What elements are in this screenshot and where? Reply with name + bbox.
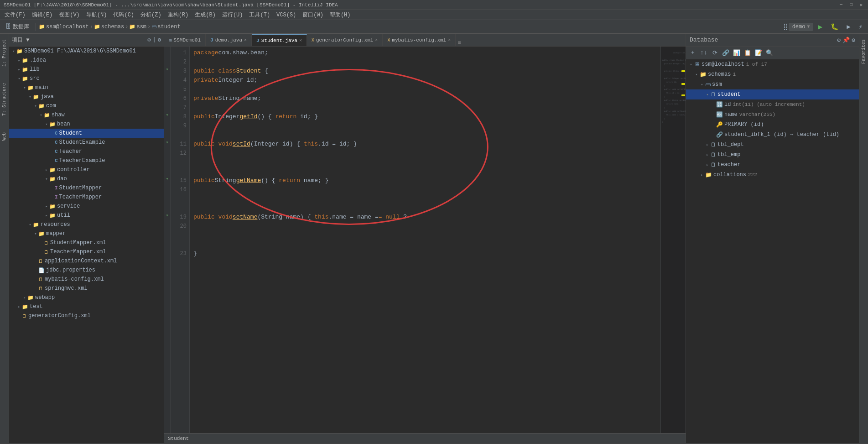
menu-tools[interactable]: 工具(T)	[246, 10, 273, 20]
db-item-primary-key[interactable]: 🔑 PRIMARY (id)	[686, 120, 859, 130]
tab-studentjava[interactable]: J Student.java ×	[252, 34, 307, 46]
menu-refactor[interactable]: 重构(R)	[165, 10, 192, 20]
db-item-name-col[interactable]: 🔤 name varchar(255)	[686, 110, 859, 120]
menu-navigate[interactable]: 导航(N)	[83, 10, 110, 20]
project-layout-icon[interactable]: ⚙	[158, 37, 161, 43]
tree-item-java[interactable]: ▾ 📁 java	[9, 92, 164, 101]
db-item-ssm[interactable]: ▾ 🗃 ssm	[686, 79, 859, 89]
tab-generatorconfigxml[interactable]: X generatorConfig.xml ×	[307, 34, 383, 46]
coverage-button[interactable]: ▶	[843, 22, 854, 31]
sidebar-tab-structure[interactable]: 7: Structure	[1, 79, 8, 120]
menu-run[interactable]: 运行(U)	[219, 10, 246, 20]
tree-item-controller[interactable]: ▸ 📁 controller	[9, 165, 164, 174]
menu-window[interactable]: 窗口(W)	[300, 10, 326, 20]
tree-item-bean[interactable]: ▾ 📁 bean	[9, 120, 164, 129]
db-item-id-col[interactable]: 🔢 id int(11) (auto increment)	[686, 99, 859, 110]
tree-item-teachermapperxml[interactable]: 🗒 TeacherMapper.xml	[9, 247, 164, 256]
db-item-collations[interactable]: ▸ 📁 collations 222	[686, 170, 859, 180]
project-settings-icon[interactable]: ⚙	[147, 37, 151, 43]
db-item-tbl-emp[interactable]: ▸ 🗒 tbl_emp	[686, 150, 859, 160]
db-pin-icon[interactable]: 📌	[842, 37, 850, 44]
db-filter-button[interactable]: 🔍	[764, 48, 774, 58]
db-item-student[interactable]: ▾ 🗒 student	[686, 89, 859, 99]
breadcrumb-schemas[interactable]: schemas	[101, 24, 124, 30]
expand-class-icon[interactable]: ▾	[166, 67, 168, 72]
db-item-ssmlocalhost[interactable]: ▾ 🖥 ssm@localhost 1 of 17	[686, 59, 859, 69]
tree-item-util[interactable]: ▸ 📁 util	[9, 211, 164, 220]
tree-item-studentmapperxml[interactable]: 🗒 StudentMapper.xml	[9, 238, 164, 247]
tree-item-root[interactable]: ▾ 📁 SSMDemo01 F:\JAVA\2018\6\SSMDemo01	[9, 47, 164, 56]
tree-item-teacher[interactable]: C Teacher	[9, 147, 164, 156]
tree-item-student[interactable]: C Student	[9, 129, 164, 138]
menu-edit[interactable]: 编辑(E)	[29, 10, 56, 20]
tree-item-applicationcontext[interactable]: 🗒 applicationContext.xml	[9, 256, 164, 266]
tab-ssmdemo01[interactable]: m SSMDemo01	[164, 34, 206, 46]
breadcrumb-student[interactable]: student	[157, 24, 180, 30]
breadcrumb-ssm[interactable]: ssm	[136, 24, 146, 30]
db-add-button[interactable]: +	[688, 48, 698, 58]
tree-item-shaw[interactable]: ▾ 📁 shaw	[9, 110, 164, 120]
project-expand-icon[interactable]: |	[153, 37, 156, 43]
menu-generate[interactable]: 生成(B)	[192, 10, 218, 20]
tab-demojava-close[interactable]: ×	[244, 38, 247, 43]
menu-analyze[interactable]: 分析(Z)	[138, 10, 164, 20]
db-sync-button[interactable]: ⟳	[710, 48, 720, 58]
debug-button[interactable]: 🐛	[827, 22, 842, 31]
sidebar-tab-project[interactable]: 1: Project	[1, 36, 8, 70]
menu-file[interactable]: 文件(F)	[2, 10, 28, 20]
tree-item-studentexample[interactable]: C StudentExample	[9, 138, 164, 147]
expand-getid-icon[interactable]: ▾	[166, 112, 168, 118]
tree-item-resources[interactable]: ▾ 📁 resources	[9, 220, 164, 229]
tree-item-test[interactable]: ▸ 📁 test	[9, 302, 164, 311]
menu-help[interactable]: 帮助(H)	[327, 10, 353, 20]
db-item-fk[interactable]: 🔗 student_ibfk_1 (id) → teacher (tid)	[686, 130, 859, 140]
database-button[interactable]: 🗄 数据库	[2, 22, 33, 31]
tree-item-dao[interactable]: ▾ 📁 dao	[9, 174, 164, 183]
menu-code[interactable]: 代码(C)	[110, 10, 137, 20]
tree-item-lib[interactable]: ▸ 📁 lib	[9, 65, 164, 74]
close-button[interactable]: ✕	[858, 2, 864, 8]
db-schema-button[interactable]: 📋	[743, 48, 753, 58]
breadcrumb-ssm-localhost[interactable]: ssm@localhost	[46, 24, 89, 30]
db-item-tbl-dept[interactable]: ▸ 🗒 tbl_dept	[686, 140, 859, 150]
db-table-button[interactable]: 📊	[732, 48, 742, 58]
tab-studentjava-close[interactable]: ×	[299, 38, 302, 43]
db-layout-icon[interactable]: ⚙	[852, 37, 855, 44]
sidebar-tab-web[interactable]: Web	[1, 129, 8, 144]
code-content[interactable]: package com.shaw.bean; public class Stud…	[190, 47, 660, 433]
tree-item-generatorconfig[interactable]: 🗒 generatorConfig.xml	[9, 311, 164, 320]
tree-item-springmvc[interactable]: 🗒 springmvc.xml	[9, 284, 164, 293]
db-item-teacher[interactable]: ▸ 🗒 teacher	[686, 160, 859, 170]
tree-item-webapp[interactable]: ▸ 📁 webapp	[9, 293, 164, 302]
db-settings-icon[interactable]: ⚙	[837, 37, 841, 44]
tree-item-idea[interactable]: ▸ 📁 .idea	[9, 56, 164, 65]
menu-vcs[interactable]: VCS(S)	[274, 11, 299, 19]
run-button[interactable]: ▶	[814, 21, 826, 32]
tab-mybatisconfigxml-close[interactable]: ×	[448, 38, 451, 43]
tree-item-com[interactable]: ▾ 📁 com	[9, 101, 164, 110]
db-item-schemas[interactable]: ▾ 📁 schemas 1	[686, 69, 859, 79]
tree-item-src[interactable]: ▾ 📁 src	[9, 74, 164, 83]
project-dropdown[interactable]: 项目 ▼	[12, 36, 29, 44]
tree-item-service[interactable]: ▸ 📁 service	[9, 202, 164, 211]
db-connect-button[interactable]: 🔗	[721, 48, 731, 58]
tree-item-mybatisconfig[interactable]: 🗒 mybatis-config.xml	[9, 275, 164, 284]
tree-item-main[interactable]: ▾ 📁 main	[9, 83, 164, 92]
tree-item-teachermapper[interactable]: I TeacherMapper	[9, 193, 164, 202]
expand-setid-icon[interactable]: ▾	[166, 140, 168, 145]
tree-item-jdbc[interactable]: 📄 jdbc.properties	[9, 266, 164, 275]
tree-item-teacherexample[interactable]: C TeacherExample	[9, 156, 164, 165]
run-config-dropdown[interactable]: demo ▼	[789, 23, 814, 31]
maximize-button[interactable]: □	[848, 2, 854, 8]
menu-view[interactable]: 视图(V)	[56, 10, 83, 20]
sidebar-right-tab-favorites[interactable]: Favorites	[860, 36, 867, 68]
tab-demojava[interactable]: J demo.java ×	[206, 34, 252, 46]
tab-mybatisconfigxml[interactable]: X mybatis-config.xml ×	[383, 34, 456, 46]
db-editor-button[interactable]: 📝	[754, 48, 764, 58]
tree-item-mapper-dir[interactable]: ▾ 📁 mapper	[9, 229, 164, 238]
tab-overflow-button[interactable]: ≡	[457, 40, 461, 46]
minimize-button[interactable]: ─	[838, 2, 844, 8]
tree-item-studentmapper[interactable]: I StudentMapper	[9, 183, 164, 193]
profile-button[interactable]: ⚡	[855, 22, 866, 31]
expand-setname-icon[interactable]: ▾	[166, 213, 168, 218]
